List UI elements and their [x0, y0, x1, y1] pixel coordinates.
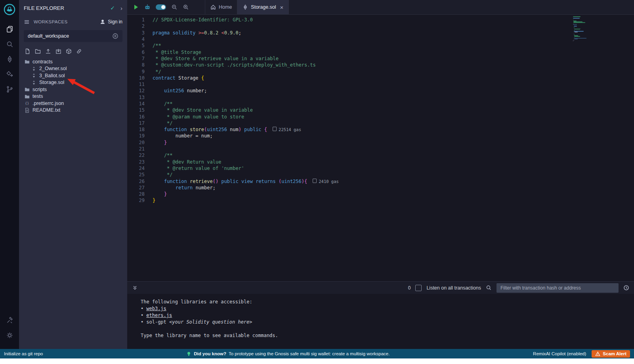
panel-title: FILE EXPLORER: [24, 5, 64, 11]
did-you-know-text: To prototype using the Gnosis safe multi…: [229, 351, 390, 356]
workspace-options-icon[interactable]: [112, 33, 118, 39]
copilot-toggle[interactable]: [156, 4, 166, 10]
code-line-23: 23 * @dev Return value: [127, 159, 634, 165]
remix-ide-window: FILE EXPLORER ✓ › WORKSPACES Sign in def…: [0, 0, 634, 358]
editor-area: Home Storage.sol × 1// SPDX-License-Iden…: [127, 0, 634, 349]
did-you-know-label: Did you know?: [194, 351, 226, 356]
code-line-14: 14 /**: [127, 101, 634, 107]
upload-folder-icon[interactable]: [55, 48, 61, 54]
tree-item-Storage.sol[interactable]: Storage.sol: [19, 79, 127, 86]
listen-all-transactions-label: Listen on all transactions: [426, 285, 481, 291]
scam-alert-button[interactable]: Scam Alert: [592, 350, 630, 358]
expand-terminal-icon[interactable]: [132, 285, 138, 291]
code-line-1: 1// SPDX-License-Identifier: GPL-3.0: [127, 17, 634, 23]
tab-storage-sol[interactable]: Storage.sol ×: [237, 0, 289, 14]
terminal-list-item: •web3.js: [141, 305, 634, 312]
search-icon[interactable]: [0, 36, 19, 51]
check-icon[interactable]: ✓: [110, 5, 115, 11]
code-line-15: 15 * @dev Store value in variable: [127, 107, 634, 113]
warning-icon: [595, 351, 600, 356]
tab-home[interactable]: Home: [205, 0, 237, 14]
code-line-7: 7 * @dev Store & retrieve value in a var…: [127, 55, 634, 62]
sign-in-button[interactable]: Sign in: [100, 19, 122, 25]
workspace-select[interactable]: default_workspace: [24, 30, 122, 42]
code-line-5: 5/**: [127, 42, 634, 49]
tree-item-tests[interactable]: tests: [19, 93, 127, 100]
git-icon[interactable]: [0, 82, 19, 97]
workspaces-label: WORKSPACES: [34, 19, 68, 24]
code-line-4: 4: [127, 36, 634, 42]
code-line-13: 13: [127, 94, 634, 101]
remix-logo-icon[interactable]: [3, 3, 16, 16]
code-line-19: 19 number = num;: [127, 133, 634, 139]
file-icon: [25, 108, 30, 113]
new-file-icon[interactable]: [25, 48, 31, 54]
tree-item-.prettierrc.json[interactable]: {}.prettierrc.json: [19, 100, 127, 107]
transaction-filter-input[interactable]: [497, 283, 619, 293]
terminal-list-item: •sol-gpt <your Solidity question here>: [141, 319, 634, 326]
close-tab-icon[interactable]: ×: [280, 4, 284, 10]
code-line-22: 22 /**: [127, 152, 634, 158]
code-line-24: 24 * @return value of 'number': [127, 165, 634, 172]
svg-text:{}: {}: [25, 101, 29, 105]
code-line-27: 27 return number;: [127, 185, 634, 191]
code-line-10: 10contract Storage {: [127, 75, 634, 81]
minimap[interactable]: [573, 16, 611, 41]
code-line-2: 2: [127, 23, 634, 29]
code-line-11: 11: [127, 81, 634, 88]
code-line-21: 21: [127, 146, 634, 152]
listen-all-transactions-checkbox[interactable]: [415, 285, 422, 291]
upload-file-icon[interactable]: [45, 48, 51, 54]
transaction-count: 0: [408, 285, 411, 291]
run-script-play-icon[interactable]: [133, 4, 139, 10]
terminal-search-icon[interactable]: [486, 285, 492, 291]
file-explorer-icon[interactable]: [0, 21, 19, 36]
code-line-12: 12 uint256 number;: [127, 88, 634, 94]
code-line-26: 26 function retrieve() public view retur…: [127, 178, 634, 184]
code-line-17: 17 */: [127, 120, 634, 126]
solidity-file-icon: [243, 4, 248, 10]
terminal-link-web3.js[interactable]: web3.js: [146, 306, 166, 311]
folder-icon: [25, 94, 30, 99]
workspaces-menu-icon[interactable]: [24, 19, 30, 25]
deploy-and-run-icon[interactable]: [0, 67, 19, 82]
file-tree: contracts2_Owner.sol3_Ballot.solStorage.…: [19, 58, 127, 114]
editor-tabbar: Home Storage.sol ×: [127, 0, 634, 15]
code-editor[interactable]: 1// SPDX-License-Identifier: GPL-3.023pr…: [127, 15, 634, 283]
status-bar: Initialize as git repo Did you know? To …: [0, 349, 634, 358]
solidity-compiler-icon[interactable]: [0, 51, 19, 67]
copilot-status[interactable]: RemixAI Copilot (enabled): [533, 351, 586, 356]
solidity-file-icon: [31, 73, 36, 78]
solidity-file-icon: [31, 66, 36, 71]
code-line-20: 20 }: [127, 139, 634, 146]
code-line-29: 29}: [127, 197, 634, 204]
zoom-in-icon[interactable]: [183, 4, 189, 10]
code-lines: 1// SPDX-License-Identifier: GPL-3.023pr…: [127, 17, 634, 204]
terminal-text: The following libraries are accessible:: [141, 299, 634, 305]
chevron-right-icon[interactable]: ›: [120, 5, 122, 11]
tree-item-README.txt[interactable]: README.txt: [19, 107, 127, 114]
tree-item-scripts[interactable]: scripts: [19, 86, 127, 93]
new-folder-icon[interactable]: [35, 48, 41, 54]
folder-icon: [25, 87, 30, 92]
code-line-28: 28 }: [127, 191, 634, 197]
link-icon[interactable]: [76, 48, 82, 54]
terminal-output[interactable]: The following libraries are accessible:•…: [127, 294, 634, 349]
tree-item-3_Ballot.sol[interactable]: 3_Ballot.sol: [19, 72, 127, 79]
tree-item-2_Owner.sol[interactable]: 2_Owner.sol: [19, 65, 127, 72]
file-explorer-toolbar: [19, 46, 127, 58]
code-line-3: 3pragma solidity >=0.8.2 <0.9.0;: [127, 30, 634, 36]
code-line-16: 16 * @param num value to store: [127, 113, 634, 120]
tree-item-contracts[interactable]: contracts: [19, 58, 127, 65]
code-line-6: 6 * @title Storage: [127, 49, 634, 55]
terminal-link-ethers.js[interactable]: ethers.js: [146, 313, 172, 318]
icon-sidebar: [0, 0, 19, 349]
settings-gear-icon[interactable]: [0, 328, 19, 343]
remixai-icon[interactable]: [144, 4, 151, 10]
template-cube-icon[interactable]: [66, 48, 72, 54]
code-line-8: 8 * @custom:dev-run-script ./scripts/dep…: [127, 62, 634, 68]
history-clock-icon[interactable]: [623, 285, 629, 291]
tools-icon[interactable]: [0, 313, 19, 328]
code-line-18: 18 function store(uint256 num) public {2…: [127, 126, 634, 133]
zoom-out-icon[interactable]: [171, 4, 178, 10]
